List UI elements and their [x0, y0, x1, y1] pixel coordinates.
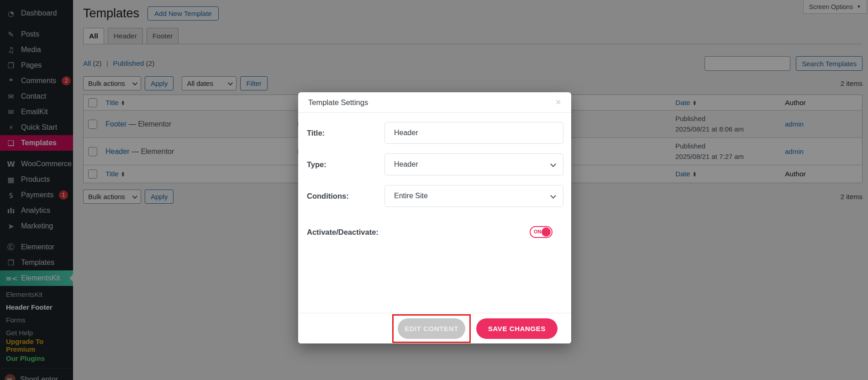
- template-type-select[interactable]: Header: [384, 153, 563, 175]
- activate-field-row: Activate/Deactivate: ON: [298, 226, 571, 238]
- template-settings-modal: Template Settings × Title: Header Type: …: [298, 92, 571, 343]
- red-annotation-box: EDIT CONTENT: [392, 314, 471, 343]
- title-field-label: Title:: [307, 129, 384, 137]
- activate-toggle[interactable]: ON: [530, 226, 552, 238]
- modal-title: Template Settings: [308, 98, 368, 107]
- type-field-label: Type:: [307, 160, 384, 169]
- type-field-row: Type: Header: [298, 153, 571, 175]
- activate-field-label: Activate/Deactivate:: [307, 228, 384, 237]
- close-icon[interactable]: ×: [555, 97, 561, 107]
- chevron-down-icon: [550, 193, 556, 199]
- modal-footer: EDIT CONTENT SAVE CHANGES: [298, 313, 571, 343]
- conditions-field-label: Conditions:: [307, 192, 384, 201]
- conditions-field-row: Conditions: Entire Site: [298, 185, 571, 207]
- conditions-select-value: Entire Site: [394, 192, 428, 200]
- conditions-select[interactable]: Entire Site: [384, 185, 563, 207]
- type-select-value: Header: [394, 160, 418, 169]
- chevron-down-icon: [550, 161, 556, 167]
- title-field-row: Title: Header: [298, 122, 571, 144]
- toggle-on-label: ON: [534, 229, 542, 234]
- edit-content-button[interactable]: EDIT CONTENT: [398, 318, 465, 339]
- modal-header: Template Settings ×: [298, 92, 571, 113]
- template-title-input[interactable]: Header: [384, 122, 563, 144]
- toggle-knob: [542, 227, 551, 237]
- save-changes-button[interactable]: SAVE CHANGES: [476, 318, 558, 339]
